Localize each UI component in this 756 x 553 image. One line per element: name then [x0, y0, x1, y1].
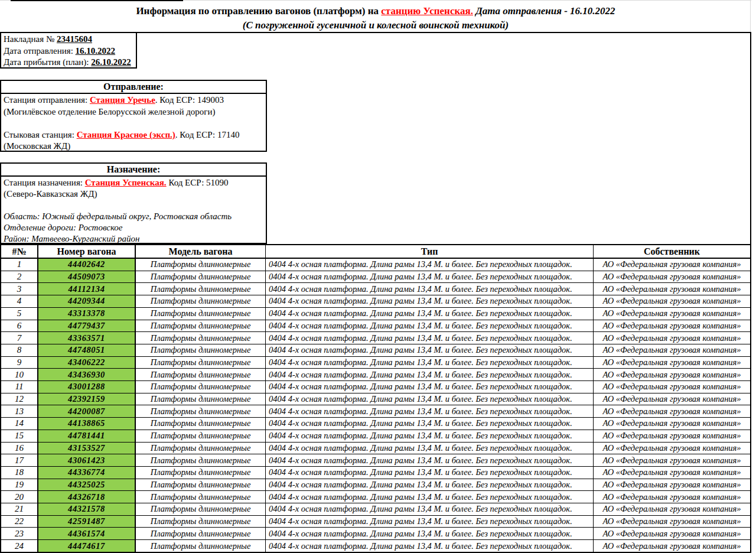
wagon-number-cell: 44112134 [38, 283, 136, 295]
row-index-cell: 1 [1, 259, 38, 271]
wagon-model-cell: Платформы длинномерные [136, 308, 266, 320]
wagon-type-cell: 0404 4-х осная платформа. Длина рамы 13,… [266, 540, 594, 552]
destination-station-line: Станция назначения: Станция Успенская. К… [4, 177, 265, 188]
arrival-date-label: Дата прибытия (план): [4, 57, 91, 67]
wagon-number-cell: 44361574 [38, 528, 136, 539]
wagon-type-cell: 0404 4-х осная платформа. Длина рамы 13,… [266, 491, 594, 503]
table-row: 943406222Платформы длинномерные0404 4-х … [1, 357, 750, 369]
table-row: 1643153527Платформы длинномерные0404 4-х… [1, 443, 750, 455]
wagon-number-cell: 43001288 [38, 381, 136, 393]
title-departure-date: Дата отправления - 16.10.2022 [473, 5, 615, 17]
table-row: 2444474617Платформы длинномерные0404 4-х… [1, 540, 750, 552]
spacer-line [4, 118, 265, 129]
junction-road-note: (Московская ЖД) [4, 141, 265, 152]
wagon-owner-cell: АО «Федеральная грузовая компания» [594, 357, 750, 369]
wagon-model-cell: Платформы длинномерные [136, 283, 266, 295]
wagon-owner-cell: АО «Федеральная грузовая компания» [594, 283, 750, 295]
row-index-cell: 11 [1, 381, 38, 393]
wagon-model-cell: Платформы длинномерные [136, 516, 266, 528]
spacer-line [4, 200, 265, 211]
destination-box: Назначение: Станция назначения: Станция … [0, 162, 267, 244]
table-row: 543313378Платформы длинномерные0404 4-х … [1, 308, 750, 320]
destination-station-code: Код ЕСР: 51090 [167, 178, 229, 187]
wagon-model-cell: Платформы длинномерные [136, 271, 266, 283]
wagon-owner-cell: АО «Федеральная грузовая компания» [594, 479, 750, 491]
wagon-type-cell: 0404 4-х осная платформа. Длина рамы 13,… [266, 381, 594, 393]
destination-road-note: (Северо-Кавказская ЖД) [4, 188, 265, 200]
wagon-table-body: 144402642Платформы длинномерные0404 4-х … [1, 259, 750, 552]
wagon-owner-cell: АО «Федеральная грузовая компания» [594, 320, 750, 332]
wagon-number-cell: 44509073 [38, 271, 136, 283]
table-row: 1844336774Платформы длинномерные0404 4-х… [1, 467, 750, 479]
row-index-cell: 4 [1, 295, 38, 307]
row-index-cell: 20 [1, 491, 38, 503]
row-index-cell: 7 [1, 332, 38, 344]
document-title: Информация по отправлению вагонов (платф… [0, 4, 751, 32]
row-index-cell: 3 [1, 283, 38, 295]
header-wagon-model: Модель вагона [136, 245, 266, 258]
wagon-model-cell: Платформы длинномерные [136, 454, 266, 466]
departure-box-header: Отправление: [1, 81, 266, 94]
departure-station-link: Станция Уречье [90, 95, 155, 105]
wagon-model-cell: Платформы длинномерные [136, 443, 266, 454]
title-prefix: Информация по отправлению вагонов (платф… [136, 5, 381, 17]
destination-box-body: Станция назначения: Станция Успенская. К… [1, 177, 266, 245]
wagon-type-cell: 0404 4-х осная платформа. Длина рамы 13,… [266, 283, 594, 295]
row-index-cell: 16 [1, 443, 38, 454]
wagon-owner-cell: АО «Федеральная грузовая компания» [594, 308, 750, 320]
wagon-model-cell: Платформы длинномерные [136, 528, 266, 539]
arrival-date-value: 26.10.2022 [91, 57, 131, 67]
row-index-cell: 2 [1, 271, 38, 283]
wagon-model-cell: Платформы длинномерные [136, 405, 266, 417]
wagon-number-cell: 44474617 [38, 540, 136, 552]
wagon-type-cell: 0404 4-х осная платформа. Длина рамы 13,… [266, 430, 594, 442]
wagon-owner-cell: АО «Федеральная грузовая компания» [594, 381, 750, 393]
wagon-owner-cell: АО «Федеральная грузовая компания» [594, 467, 750, 479]
title-line-1: Информация по отправлению вагонов (платф… [0, 4, 751, 18]
wagon-type-cell: 0404 4-х осная платформа. Длина рамы 13,… [266, 528, 594, 539]
wagon-model-cell: Платформы длинномерные [136, 320, 266, 332]
row-index-cell: 10 [1, 369, 38, 380]
wagon-number-cell: 43406222 [38, 357, 136, 369]
junction-station-line: Стыковая станция: Станция Красное (эксп.… [4, 129, 265, 141]
wagon-type-cell: 0404 4-х осная платформа. Длина рамы 13,… [266, 393, 594, 405]
table-row: 244509073Платформы длинномерные0404 4-х … [1, 271, 750, 284]
wagon-number-cell: 44779437 [38, 320, 136, 332]
wagon-model-cell: Платформы длинномерные [136, 540, 266, 552]
table-row: 1743061423Платформы длинномерные0404 4-х… [1, 454, 750, 467]
wagon-owner-cell: АО «Федеральная грузовая компания» [594, 295, 750, 307]
wagon-type-cell: 0404 4-х осная платформа. Длина рамы 13,… [266, 357, 594, 369]
departure-station-label: Станция отправления: [4, 95, 90, 105]
row-index-cell: 12 [1, 393, 38, 405]
wagon-owner-cell: АО «Федеральная грузовая компания» [594, 430, 750, 442]
wagon-type-cell: 0404 4-х осная платформа. Длина рамы 13,… [266, 479, 594, 491]
destination-box-header: Назначение: [1, 164, 266, 177]
header-wagon-number: Номер вагона [38, 245, 136, 258]
table-row: 1344200087Платформы длинномерные0404 4-х… [1, 405, 750, 418]
table-row: 144402642Платформы длинномерные0404 4-х … [1, 259, 750, 271]
title-station-link: станцию Успенская. [381, 5, 473, 17]
wagon-table-header: #№ Номер вагона Модель вагона Тип Собств… [1, 245, 750, 259]
wagon-owner-cell: АО «Федеральная грузовая компания» [594, 393, 750, 405]
wagon-type-cell: 0404 4-х осная платформа. Длина рамы 13,… [266, 295, 594, 307]
wagon-model-cell: Платформы длинномерные [136, 381, 266, 393]
row-index-cell: 21 [1, 503, 38, 515]
wagon-model-cell: Платформы длинномерные [136, 467, 266, 479]
wagon-number-cell: 44200087 [38, 405, 136, 417]
wagon-owner-cell: АО «Федеральная грузовая компания» [594, 405, 750, 417]
wagon-number-cell: 44321578 [38, 503, 136, 515]
wagon-model-cell: Платформы длинномерные [136, 418, 266, 430]
departure-date-value: 16.10.2022 [76, 46, 116, 56]
header-index: #№ [1, 245, 38, 258]
row-index-cell: 22 [1, 516, 38, 528]
arrival-date-line: Дата прибытия (план): 26.10.2022 [4, 57, 135, 69]
wagon-number-cell: 44336774 [38, 467, 136, 479]
destination-district: Район: Матвеево-Курганский район [4, 233, 265, 245]
wagon-model-cell: Платформы длинномерные [136, 491, 266, 503]
wagon-type-cell: 0404 4-х осная платформа. Длина рамы 13,… [266, 332, 594, 344]
wagon-owner-cell: АО «Федеральная грузовая компания» [594, 491, 750, 503]
wagon-number-cell: 44748051 [38, 344, 136, 356]
junction-station-label: Стыковая станция: [4, 130, 77, 139]
wagon-type-cell: 0404 4-х осная платформа. Длина рамы 13,… [266, 369, 594, 380]
wagon-number-cell: 42591487 [38, 516, 136, 528]
